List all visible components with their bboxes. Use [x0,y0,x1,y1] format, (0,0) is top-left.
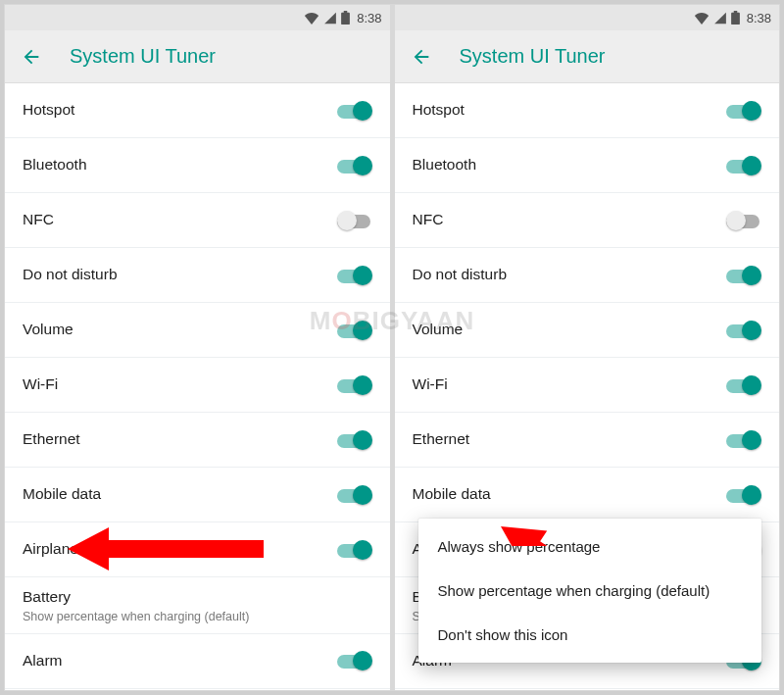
wifi-icon [694,12,710,25]
row-label: Volume [413,320,464,340]
row-volume[interactable]: Volume [395,303,780,358]
signal-icon [323,12,337,25]
row-mobile[interactable]: Mobile data [5,468,390,522]
row-label: Wi-Fi [413,374,448,395]
popup-option-charging[interactable]: Show percentage when charging (default) [418,569,762,613]
battery-icon [731,11,740,25]
battery-options-popup: Always show percentage Show percentage w… [418,519,762,663]
row-wifi[interactable]: Wi-Fi [5,358,390,413]
row-label: Airplane mode [23,539,121,560]
popup-option-hide[interactable]: Don't show this icon [418,613,762,657]
row-bluetooth[interactable]: Bluetooth [5,138,390,193]
row-battery[interactable]: Battery Show percentage when charging (d… [5,577,390,634]
row-label: NFC [413,210,444,230]
toggle-bluetooth[interactable] [337,156,372,175]
row-ethernet[interactable]: Ethernet [5,413,390,468]
toggle-dnd[interactable] [337,266,372,285]
row-label: Do not disturb [413,265,508,285]
row-alarm[interactable]: Alarm [5,634,390,689]
toggle-volume[interactable] [726,321,761,340]
toggle-ethernet[interactable] [726,430,761,450]
row-hotspot[interactable]: Hotspot [395,83,780,138]
status-bar: 8:38 [5,5,390,30]
wifi-icon [304,12,319,25]
toggle-wifi[interactable] [337,375,372,395]
row-label: Bluetooth [413,155,477,175]
phone-right: 8:38 System UI Tuner Hotspot Bluetooth N… [395,5,780,690]
row-label: Wi-Fi [23,374,58,395]
row-subtitle: Show percentage when charging (default) [23,610,249,623]
row-dnd[interactable]: Do not disturb [395,248,780,303]
row-time[interactable]: Time Show hours and minutes (default) [5,689,390,690]
appbar-title: System UI Tuner [70,45,216,68]
row-label: Hotspot [413,100,465,121]
phone-left: 8:38 System UI Tuner Hotspot Bluetooth N… [5,5,390,690]
toggle-mobile[interactable] [726,485,761,505]
signal-icon [713,12,727,25]
row-nfc[interactable]: NFC [395,193,780,248]
battery-icon [341,11,350,25]
row-volume[interactable]: Volume [5,303,390,358]
appbar-title: System UI Tuner [460,45,606,68]
row-wifi[interactable]: Wi-Fi [395,358,780,413]
toggle-nfc[interactable] [337,211,372,230]
status-time: 8:38 [357,11,381,25]
toggle-ethernet[interactable] [337,430,372,450]
row-bluetooth[interactable]: Bluetooth [395,138,780,193]
row-mobile[interactable]: Mobile data [395,468,780,522]
row-label: Alarm [23,651,62,671]
toggle-dnd[interactable] [726,266,761,285]
status-time: 8:38 [747,11,771,25]
row-label: Ethernet [413,429,470,450]
back-icon[interactable] [21,46,42,68]
row-hotspot[interactable]: Hotspot [5,83,390,138]
toggle-hotspot[interactable] [337,101,372,121]
toggle-wifi[interactable] [726,375,761,395]
row-label: Battery [23,587,249,608]
status-bar: 8:38 [395,5,780,30]
toggle-mobile[interactable] [337,485,372,505]
toggle-hotspot[interactable] [726,101,761,121]
row-label: Do not disturb [23,265,118,285]
row-ethernet[interactable]: Ethernet [395,413,780,468]
back-icon[interactable] [411,46,432,68]
app-bar: System UI Tuner [5,30,390,83]
row-label: Mobile data [23,484,101,505]
row-label: Bluetooth [23,155,87,175]
popup-option-always[interactable]: Always show percentage [418,524,762,569]
toggle-airplane[interactable] [337,540,372,560]
row-time[interactable]: Time Show hours and minutes (default) [395,689,780,690]
row-label: Mobile data [413,484,491,505]
settings-list: Hotspot Bluetooth NFC Do not disturb Vol… [5,83,390,690]
row-label: Hotspot [23,100,74,121]
toggle-nfc[interactable] [726,211,761,230]
toggle-alarm[interactable] [337,651,372,670]
row-airplane[interactable]: Airplane mode [5,522,390,577]
row-nfc[interactable]: NFC [5,193,390,248]
row-dnd[interactable]: Do not disturb [5,248,390,303]
toggle-volume[interactable] [337,321,372,340]
toggle-bluetooth[interactable] [726,156,761,175]
row-label: Volume [23,320,74,340]
row-label: Ethernet [23,429,80,450]
row-label: NFC [23,210,54,230]
app-bar: System UI Tuner [395,30,780,83]
